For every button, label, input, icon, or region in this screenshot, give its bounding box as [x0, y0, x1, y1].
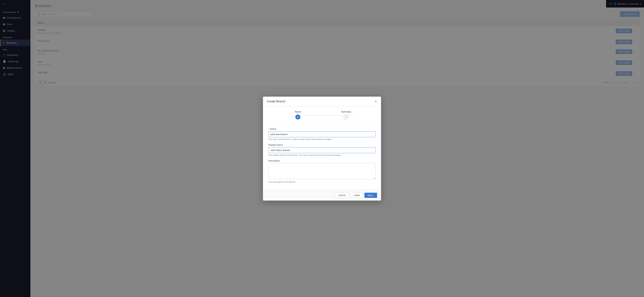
display-name-hint: The display name of the Branch. This nam…	[268, 154, 376, 156]
next-button[interactable]: Next ›	[364, 193, 377, 198]
back-button[interactable]: ‹ Back	[350, 192, 362, 198]
step-1-circle: 1	[295, 114, 300, 120]
stepper: Name 1 Summary 2	[263, 106, 381, 123]
step-2: Summary 2	[322, 110, 370, 120]
display-name-label: Display Name	[268, 144, 376, 146]
modal-header: Create Branch ✕	[263, 96, 381, 106]
create-branch-modal: Create Branch ✕ Name 1 Summary 2 * Name	[263, 96, 381, 200]
required-star: *	[268, 128, 269, 130]
back-chevron-icon: ‹	[353, 194, 354, 197]
modal-close-button[interactable]: ✕	[374, 100, 377, 104]
description-textarea[interactable]	[268, 163, 376, 179]
modal-overlay: Create Branch ✕ Name 1 Summary 2 * Name	[0, 0, 644, 297]
description-label: Description	[268, 160, 376, 162]
step-1: Name 1	[274, 110, 322, 120]
modal-body: * Name The name of the Branch. It will b…	[263, 123, 381, 190]
description-field-group: Description The description of the Branc…	[268, 160, 376, 183]
name-hint: The name of the Branch. It will be used …	[268, 138, 376, 140]
name-field-group: * Name The name of the Branch. It will b…	[268, 128, 376, 140]
name-label: * Name	[268, 128, 376, 130]
display-name-input[interactable]	[268, 147, 376, 153]
step-2-label: Summary	[341, 110, 351, 113]
cancel-button[interactable]: Cancel	[335, 192, 349, 198]
display-name-field-group: Display Name The display name of the Bra…	[268, 144, 376, 156]
modal-title: Create Branch	[267, 100, 285, 103]
step-1-label: Name	[295, 110, 301, 113]
name-input[interactable]	[268, 131, 376, 137]
description-hint: The description of the Branch.	[268, 181, 376, 183]
next-chevron-icon: ›	[373, 194, 374, 197]
modal-footer: Cancel ‹ Back Next ›	[263, 190, 381, 200]
step-2-circle: 2	[344, 114, 349, 120]
